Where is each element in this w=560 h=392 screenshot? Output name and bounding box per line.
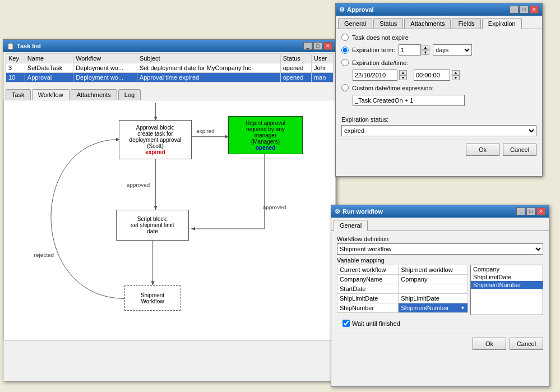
tab-fields[interactable]: Fields <box>452 18 480 29</box>
expire-time-input[interactable] <box>414 70 450 81</box>
wf-block-shipment[interactable]: ShipmentWorkflow <box>124 285 181 311</box>
close-button[interactable]: ✕ <box>323 42 332 50</box>
var-value: Shipment workflow <box>399 265 468 275</box>
wf-shipment-text: ShipmentWorkflow <box>141 292 164 305</box>
wf-block-script[interactable]: Script block:set shipment limitdate <box>116 210 189 241</box>
expire-term-unit[interactable]: days hours minutes <box>433 44 472 56</box>
run-workflow-maximize[interactable]: □ <box>526 207 535 215</box>
expire-date-input[interactable] <box>353 70 397 81</box>
run-workflow-cancel-button[interactable]: Cancel <box>510 338 543 350</box>
dropdown-item-shipmentnumber[interactable]: ShipmentNumber <box>471 281 543 289</box>
approval-maximize[interactable]: □ <box>520 6 529 13</box>
table-row-selected[interactable]: 10 Approval Deployment wo... Approval ti… <box>6 73 334 82</box>
dropdown-item-shiplimitdate[interactable]: ShipLimitDate <box>471 273 543 281</box>
cell-subject: Approval time expired <box>137 73 280 82</box>
custom-expr-radio[interactable] <box>341 84 349 91</box>
expiration-status-label: Expiration status: <box>341 116 536 123</box>
expire-term-label: Expiration term: <box>352 47 395 53</box>
expiration-form: Task does not expire Expiration term: ▲ … <box>336 29 542 113</box>
task-tabs: Task Workflow Attachments Log <box>3 87 336 100</box>
wf-block-urgent[interactable]: Urgent approvalrequired by anymanager(Ma… <box>228 116 303 154</box>
tab-workflow[interactable]: Workflow <box>32 89 70 100</box>
tab-expiration[interactable]: Expiration <box>482 18 522 29</box>
expiration-status-select[interactable]: expired active <box>341 125 536 136</box>
var-row: ShipLimitDate ShipLimitDate <box>337 294 468 303</box>
var-row-highlighted[interactable]: ShipNumber ShipmentNumber ▼ <box>337 303 468 313</box>
minimize-button[interactable]: _ <box>303 42 312 50</box>
expire-datetime-radio[interactable] <box>341 59 349 66</box>
svg-text:approved: approved <box>263 204 286 210</box>
var-row: CompanyName Company <box>337 275 468 284</box>
approval-ok-button[interactable]: Ok <box>466 144 499 156</box>
var-row: StartDate <box>337 284 468 294</box>
expiration-status-section: Expiration status: expired active <box>336 113 542 140</box>
expire-term-row: Expiration term: ▲ ▼ days hours minutes <box>341 44 536 56</box>
approval-close[interactable]: ✕ <box>530 6 539 13</box>
expire-term-radio[interactable] <box>341 47 349 54</box>
wait-finished-label: Wait until finished <box>352 320 400 327</box>
cell-name: SetDateTask <box>25 63 73 73</box>
run-workflow-titlebar: ⚙ Run workflow _ □ ✕ <box>331 205 549 218</box>
task-table: Key Name Workflow Subject Status User 3 … <box>6 53 334 82</box>
dropdown-item-company[interactable]: Company <box>471 265 543 273</box>
run-workflow-icon: ⚙ <box>335 208 340 215</box>
approval-tabs: General Status Attachments Fields Expira… <box>336 16 542 29</box>
cell-status: opened <box>280 63 311 73</box>
col-status: Status <box>280 54 311 63</box>
variable-mapping-section: Variable mapping Current workflow Shipme… <box>337 257 543 315</box>
cell-key: 3 <box>6 63 25 73</box>
workflow-def-select[interactable]: Shipment workflow <box>337 243 543 255</box>
var-row: Current workflow Shipment workflow <box>337 265 468 275</box>
var-value: Company <box>399 275 468 284</box>
var-key: ShipLimitDate <box>337 294 399 303</box>
col-workflow: Workflow <box>73 54 137 63</box>
date-spinner-down[interactable]: ▼ <box>399 75 407 80</box>
run-tab-general[interactable]: General <box>334 220 368 231</box>
approval-cancel-button[interactable]: Cancel <box>503 144 536 156</box>
run-workflow-window: ⚙ Run workflow _ □ ✕ General Workflow de… <box>331 205 549 387</box>
expire-term-spinner: ▲ ▼ <box>399 44 429 56</box>
wait-finished-checkbox[interactable] <box>343 320 350 327</box>
custom-expr-row: Custom date/time expression: <box>341 84 536 91</box>
spinner-down[interactable]: ▼ <box>422 50 429 55</box>
cell-name: Approval <box>25 73 73 82</box>
no-expire-radio[interactable] <box>341 34 349 41</box>
wf-block-approval[interactable]: Approval block:create task fordeployment… <box>119 120 192 159</box>
date-spinner-up[interactable]: ▲ <box>399 70 407 75</box>
custom-expr-input[interactable] <box>353 95 465 106</box>
tab-status[interactable]: Status <box>373 18 403 29</box>
no-expire-row: Task does not expire <box>341 34 536 41</box>
svg-text:expired: expired <box>196 128 215 134</box>
approval-minimize[interactable]: _ <box>510 6 519 13</box>
workflow-def-label: Workflow definition <box>337 236 543 242</box>
task-list-icon: 📋 <box>7 43 15 50</box>
spinner-buttons: ▲ ▼ <box>422 45 429 55</box>
tab-log[interactable]: Log <box>118 89 141 100</box>
spinner-up[interactable]: ▲ <box>422 45 429 50</box>
col-user: User <box>311 54 333 63</box>
time-spinner-up[interactable]: ▲ <box>452 70 460 75</box>
tab-attachments[interactable]: Attachments <box>404 18 451 29</box>
variable-mapping-area: Current workflow Shipment workflow Compa… <box>337 265 543 315</box>
run-workflow-minimize[interactable]: _ <box>516 207 525 215</box>
no-expire-label: Task does not expire <box>352 34 409 41</box>
run-workflow-controls: _ □ ✕ <box>516 207 545 215</box>
time-spinner-down[interactable]: ▼ <box>452 75 460 80</box>
variable-mapping-label: Variable mapping <box>337 257 543 264</box>
maximize-button[interactable]: □ <box>313 42 322 50</box>
expire-term-input[interactable] <box>399 44 421 56</box>
cell-user: man <box>311 73 333 82</box>
col-key: Key <box>6 54 25 63</box>
approval-buttons: Ok Cancel <box>336 140 542 159</box>
tab-attachments[interactable]: Attachments <box>71 89 117 100</box>
col-name: Name <box>25 54 73 63</box>
table-row[interactable]: 3 SetDateTask Deployment wo... Set deplo… <box>6 63 334 73</box>
approval-icon: ⚙ <box>339 6 345 13</box>
dropdown-arrow-icon[interactable]: ▼ <box>460 305 465 311</box>
tab-task[interactable]: Task <box>6 89 31 100</box>
tab-general[interactable]: General <box>338 18 372 29</box>
run-workflow-ok-button[interactable]: Ok <box>473 338 506 350</box>
run-workflow-close[interactable]: ✕ <box>536 207 545 215</box>
run-workflow-buttons: Ok Cancel <box>331 334 549 353</box>
wf-urgent-text: Urgent approvalrequired by anymanager(Ma… <box>246 120 285 145</box>
